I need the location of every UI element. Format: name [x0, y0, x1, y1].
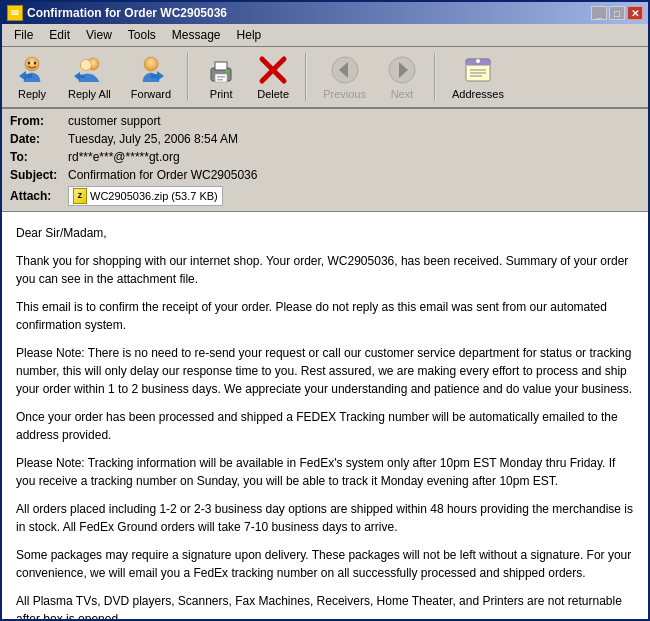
email-window: ✉ Confirmation for Order WC2905036 _ □ ✕… — [0, 0, 650, 621]
delete-label: Delete — [257, 88, 289, 100]
svg-point-4 — [81, 60, 92, 71]
previous-label: Previous — [323, 88, 366, 100]
attachment-file[interactable]: Z WC2905036.zip (53.7 KB) — [68, 186, 223, 206]
date-value: Tuesday, July 25, 2006 8:54 AM — [68, 131, 640, 147]
toolbar-sep-3 — [434, 53, 436, 101]
addresses-icon — [462, 54, 494, 86]
addresses-button[interactable]: Addresses — [444, 51, 512, 103]
menu-edit[interactable]: Edit — [41, 26, 78, 44]
previous-icon — [329, 54, 361, 86]
svg-rect-10 — [217, 79, 223, 81]
attach-size: (53.7 KB) — [171, 188, 217, 204]
title-bar-buttons: _ □ ✕ — [591, 6, 643, 20]
body-para-3: Please Note: There is no need to re-send… — [16, 344, 634, 398]
body-para-2: This email is to confirm the receipt of … — [16, 298, 634, 334]
print-label: Print — [210, 88, 233, 100]
forward-label: Forward — [131, 88, 171, 100]
previous-button[interactable]: Previous — [315, 51, 374, 103]
forward-button[interactable]: Forward — [123, 51, 179, 103]
reply-icon — [16, 54, 48, 86]
next-button[interactable]: Next — [378, 51, 426, 103]
reply-button[interactable]: Reply — [8, 51, 56, 103]
menu-bar: File Edit View Tools Message Help — [2, 24, 648, 47]
svg-rect-20 — [466, 63, 490, 65]
svg-point-1 — [28, 62, 30, 65]
print-icon — [205, 54, 237, 86]
svg-point-2 — [34, 62, 36, 65]
print-button[interactable]: Print — [197, 51, 245, 103]
zip-icon: Z — [73, 188, 87, 204]
email-header: From: customer support Date: Tuesday, Ju… — [2, 109, 648, 212]
minimize-button[interactable]: _ — [591, 6, 607, 20]
to-row: To: rd***e***@*****gt.org — [10, 148, 640, 166]
maximize-button[interactable]: □ — [609, 6, 625, 20]
svg-point-11 — [226, 70, 229, 73]
body-para-6: All orders placed including 1-2 or 2-3 b… — [16, 500, 634, 536]
attach-filename: WC2905036.zip — [90, 188, 168, 204]
reply-label: Reply — [18, 88, 46, 100]
subject-row: Subject: Confirmation for Order WC290503… — [10, 166, 640, 184]
reply-all-icon — [73, 54, 105, 86]
subject-label: Subject: — [10, 167, 68, 183]
body-para-0: Dear Sir/Madam, — [16, 224, 634, 242]
svg-point-5 — [144, 57, 158, 71]
body-para-5: Please Note: Tracking information will b… — [16, 454, 634, 490]
attach-label: Attach: — [10, 188, 68, 204]
menu-file[interactable]: File — [6, 26, 41, 44]
toolbar-sep-2 — [305, 53, 307, 101]
toolbar-sep-1 — [187, 53, 189, 101]
addresses-label: Addresses — [452, 88, 504, 100]
svg-rect-8 — [215, 74, 227, 82]
message-body[interactable]: Dear Sir/Madam, Thank you for shopping w… — [2, 212, 648, 619]
date-label: Date: — [10, 131, 68, 147]
from-row: From: customer support — [10, 112, 640, 130]
body-para-7: Some packages may require a signature up… — [16, 546, 634, 582]
menu-view[interactable]: View — [78, 26, 120, 44]
body-para-4: Once your order has been processed and s… — [16, 408, 634, 444]
toolbar: Reply — [2, 47, 648, 109]
svg-rect-7 — [215, 62, 227, 70]
delete-button[interactable]: Delete — [249, 51, 297, 103]
reply-all-button[interactable]: Reply All — [60, 51, 119, 103]
close-button[interactable]: ✕ — [627, 6, 643, 20]
delete-icon — [257, 54, 289, 86]
to-value: rd***e***@*****gt.org — [68, 149, 640, 165]
subject-value: Confirmation for Order WC2905036 — [68, 167, 640, 183]
svg-point-24 — [476, 59, 480, 63]
menu-help[interactable]: Help — [229, 26, 270, 44]
date-row: Date: Tuesday, July 25, 2006 8:54 AM — [10, 130, 640, 148]
next-label: Next — [391, 88, 414, 100]
menu-tools[interactable]: Tools — [120, 26, 164, 44]
forward-icon — [135, 54, 167, 86]
to-label: To: — [10, 149, 68, 165]
menu-message[interactable]: Message — [164, 26, 229, 44]
from-value: customer support — [68, 113, 640, 129]
svg-rect-9 — [217, 76, 225, 78]
reply-all-label: Reply All — [68, 88, 111, 100]
title-bar: ✉ Confirmation for Order WC2905036 _ □ ✕ — [2, 2, 648, 24]
attach-row: Attach: Z WC2905036.zip (53.7 KB) — [10, 184, 640, 208]
from-label: From: — [10, 113, 68, 129]
window-title: Confirmation for Order WC2905036 — [27, 6, 227, 20]
body-para-1: Thank you for shopping with our internet… — [16, 252, 634, 288]
next-icon — [386, 54, 418, 86]
title-bar-left: ✉ Confirmation for Order WC2905036 — [7, 5, 227, 21]
body-para-8: All Plasma TVs, DVD players, Scanners, F… — [16, 592, 634, 619]
svg-point-0 — [25, 57, 39, 71]
window-icon: ✉ — [7, 5, 23, 21]
